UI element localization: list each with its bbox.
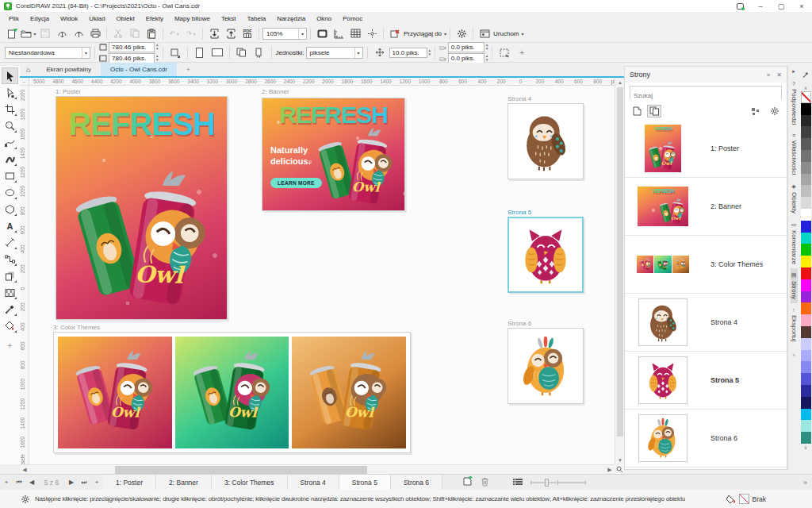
menu-efekty[interactable]: Efekty bbox=[140, 15, 169, 22]
new-document-icon[interactable] bbox=[4, 26, 20, 40]
color-swatch[interactable] bbox=[801, 409, 811, 421]
tab-wlasciwosci[interactable]: ≡Właściwości bbox=[791, 129, 798, 179]
width-stepper[interactable]: ▴▾ bbox=[156, 43, 159, 51]
horizontal-ruler[interactable]: 5000480046004400420040003800360034003200… bbox=[29, 78, 615, 86]
color-swatch[interactable] bbox=[801, 361, 811, 373]
dup-x-stepper[interactable]: ▴▾ bbox=[486, 43, 488, 51]
duplicate-y-input[interactable] bbox=[448, 53, 485, 64]
page-size-select[interactable]: Niestandardowa▾ bbox=[5, 47, 90, 59]
add-docker-button[interactable]: + bbox=[792, 352, 795, 358]
first-page-button[interactable]: ⏮ bbox=[13, 475, 25, 490]
page-tab-strona6[interactable]: Strona 6 bbox=[391, 475, 442, 490]
color-swatch[interactable] bbox=[801, 244, 811, 256]
add-page-after-button[interactable]: + bbox=[90, 475, 103, 490]
open-document-icon[interactable]: ▾ bbox=[21, 26, 36, 40]
import-icon[interactable] bbox=[206, 26, 222, 40]
snap-to-label[interactable]: Przyciągaj do bbox=[404, 30, 442, 37]
color-swatch[interactable] bbox=[801, 256, 811, 267]
horizontal-scroll-thumb[interactable] bbox=[115, 466, 367, 474]
thumbnail-size-slider[interactable] bbox=[530, 482, 586, 483]
show-rulers-icon[interactable] bbox=[331, 26, 347, 40]
page-width-input[interactable] bbox=[109, 42, 155, 52]
launch-app-icon[interactable] bbox=[477, 26, 492, 40]
dup-y-stepper[interactable]: ▴▾ bbox=[486, 54, 488, 62]
tab-podpowiedzi[interactable]: ?Podpowiedzi bbox=[791, 77, 798, 129]
color-swatch[interactable] bbox=[801, 126, 811, 138]
color-swatch[interactable] bbox=[801, 397, 811, 409]
duplicate-page-icon[interactable] bbox=[647, 105, 661, 117]
vertical-scroll-thumb[interactable] bbox=[617, 87, 623, 437]
page-row-strona6[interactable]: Strona 6 bbox=[625, 410, 787, 468]
previous-page-button[interactable]: ◀ bbox=[25, 475, 38, 490]
artboard-strona5[interactable] bbox=[508, 217, 584, 293]
transparency-tool[interactable] bbox=[2, 284, 18, 301]
smart-fill-tool[interactable] bbox=[2, 318, 18, 334]
crop-tool[interactable] bbox=[2, 101, 18, 117]
color-swatch[interactable] bbox=[801, 314, 811, 326]
text-tool[interactable]: A bbox=[2, 217, 18, 234]
color-swatch[interactable] bbox=[801, 197, 811, 209]
color-swatch[interactable] bbox=[801, 350, 811, 362]
rectangle-tool[interactable] bbox=[2, 167, 18, 184]
artboard-strona4[interactable] bbox=[508, 103, 584, 179]
shape-tool[interactable] bbox=[2, 84, 18, 101]
fill-color-icon[interactable] bbox=[726, 494, 736, 504]
menu-narzedzia[interactable]: Narzędzia bbox=[271, 15, 311, 22]
guidelines-icon[interactable] bbox=[364, 26, 380, 40]
fullscreen-preview-icon[interactable] bbox=[314, 26, 330, 40]
current-page-icon[interactable] bbox=[251, 45, 267, 60]
menu-obiekt[interactable]: Obiekt bbox=[111, 15, 140, 22]
export-icon[interactable] bbox=[223, 26, 239, 40]
page-tab-poster[interactable]: 1: Poster bbox=[103, 475, 156, 490]
tab-komentarze[interactable]: ▭Komentarze bbox=[791, 217, 798, 268]
page-row-banner[interactable]: REFRESH 2: Banner bbox=[625, 178, 787, 236]
page-tab-banner[interactable]: 2: Banner bbox=[156, 475, 212, 490]
run-label[interactable]: Uruchom bbox=[493, 30, 519, 37]
artistic-media-tool[interactable] bbox=[2, 151, 18, 167]
docker-options-gear-icon[interactable] bbox=[768, 105, 782, 117]
horizontal-scrollbar[interactable]: ◀ ▶ bbox=[20, 464, 615, 474]
artboard-banner[interactable]: REFRESH Naturallydelicious. LEARN MORE bbox=[262, 98, 405, 211]
docker-close-icon[interactable]: ✕ bbox=[776, 71, 782, 79]
customize-toolbox-button[interactable]: + bbox=[2, 337, 18, 354]
print-icon[interactable] bbox=[87, 26, 103, 40]
status-gear-icon[interactable] bbox=[21, 495, 30, 504]
add-page-before-button[interactable]: + bbox=[0, 475, 13, 490]
freehand-tool[interactable] bbox=[2, 134, 18, 151]
save-to-cloud-icon[interactable] bbox=[71, 26, 86, 40]
nudge-distance-input[interactable] bbox=[389, 48, 427, 58]
color-swatch[interactable] bbox=[801, 209, 811, 221]
page-row-strona4[interactable]: Strona 4 bbox=[625, 294, 787, 352]
publish-pdf-icon[interactable]: PDF bbox=[239, 26, 255, 40]
color-swatch[interactable] bbox=[801, 233, 811, 244]
duplicate-x-input[interactable] bbox=[448, 42, 485, 52]
pages-search-input[interactable] bbox=[630, 90, 781, 102]
color-swatch[interactable] bbox=[801, 174, 811, 186]
color-swatch[interactable] bbox=[801, 326, 811, 338]
nudge-stepper[interactable]: ▴▾ bbox=[429, 48, 431, 56]
redo-icon[interactable]: ↷▾ bbox=[183, 26, 199, 40]
page-tab-strona4[interactable]: Strona 4 bbox=[288, 475, 339, 490]
minimize-button[interactable]: – bbox=[750, 0, 771, 12]
close-button[interactable]: × bbox=[791, 0, 812, 12]
all-pages-icon[interactable] bbox=[234, 45, 250, 60]
color-swatch[interactable] bbox=[801, 115, 811, 127]
open-from-cloud-icon[interactable] bbox=[54, 26, 70, 40]
next-page-button[interactable]: ▶ bbox=[65, 475, 78, 490]
outline-color-indicator[interactable] bbox=[739, 494, 749, 504]
color-swatch[interactable] bbox=[801, 291, 811, 303]
document-tab-active[interactable]: Octo - Owl Cans.cdr bbox=[101, 63, 177, 76]
page-tab-strona5-active[interactable]: Strona 5 bbox=[339, 475, 391, 490]
delete-page-icon[interactable] bbox=[481, 477, 489, 488]
palette-scroll-down-icon[interactable]: ∨ bbox=[804, 444, 807, 452]
vertical-ruler[interactable]: 2000180016001400120010008006004002000200… bbox=[20, 86, 29, 464]
last-page-button[interactable]: ⏭ bbox=[78, 475, 90, 490]
color-swatch[interactable] bbox=[801, 221, 811, 233]
page-row-poster[interactable]: REFRESH 1: Poster bbox=[625, 120, 787, 178]
scroll-left-icon[interactable]: ◀ bbox=[20, 467, 29, 473]
artboard-poster[interactable]: REFRESH bbox=[56, 96, 228, 320]
vertical-scrollbar[interactable]: ▲ ▼ bbox=[615, 78, 624, 464]
tab-obiekty[interactable]: ◈Obiekty bbox=[791, 179, 798, 217]
restore-button[interactable]: ▢ bbox=[771, 0, 791, 12]
color-swatch[interactable] bbox=[801, 432, 811, 444]
